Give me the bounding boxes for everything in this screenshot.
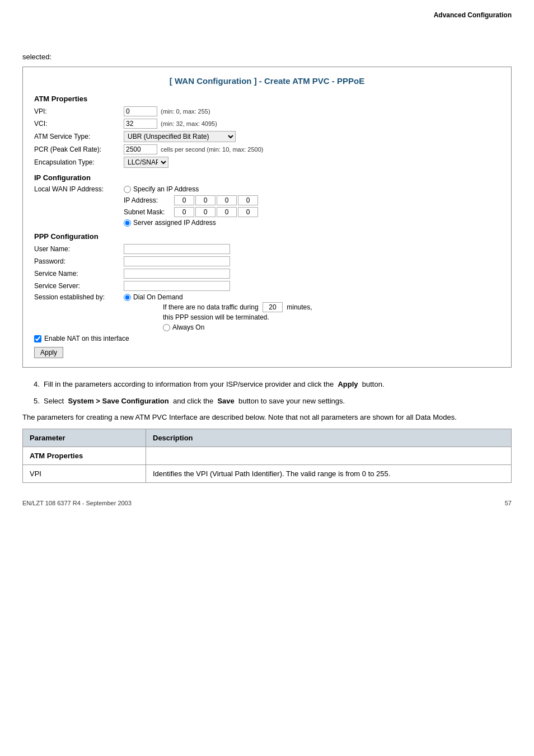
header-title: Advanced Configuration bbox=[434, 11, 512, 19]
footer: EN/LZT 108 6377 R4 - September 2003 57 bbox=[22, 500, 512, 506]
vpi-table-row: VPI Identifies the VPI (Virtual Path Ide… bbox=[23, 464, 512, 482]
wan-box: [ WAN Configuration ] - Create ATM PVC -… bbox=[22, 67, 512, 368]
session-label: Session established by: bbox=[34, 293, 124, 301]
dial-on-demand-radio[interactable] bbox=[124, 294, 131, 301]
step5-suffix: button to save your new settings. bbox=[238, 397, 345, 405]
header-right: Advanced Configuration bbox=[22, 11, 512, 19]
footer-right: 57 bbox=[505, 500, 512, 506]
session-section: Session established by: Dial On Demand I… bbox=[34, 293, 500, 331]
vpi-row: VPI: (min: 0, max: 255) bbox=[34, 106, 500, 116]
always-on-label: Always On bbox=[172, 323, 204, 331]
params-intro: The parameters for creating a new ATM PV… bbox=[22, 412, 512, 423]
subnet-octet-2[interactable] bbox=[195, 207, 216, 217]
apply-button[interactable]: Apply bbox=[34, 347, 63, 358]
enable-nat-checkbox[interactable] bbox=[34, 335, 41, 342]
ip-octet-3[interactable] bbox=[217, 195, 237, 205]
system-save-bold: System > Save Configuration bbox=[68, 397, 168, 405]
vpi-desc: Identifies the VPI (Virtual Path Identif… bbox=[146, 464, 512, 482]
footer-left: EN/LZT 108 6377 R4 - September 2003 bbox=[22, 500, 132, 506]
ip-octet-4[interactable] bbox=[238, 195, 258, 205]
ip-inputs: IP Address: Subnet Mask: Server assigned… bbox=[124, 195, 500, 227]
pcr-row: PCR (Peak Cell Rate): cells per second (… bbox=[34, 144, 500, 154]
ip-address-label: IP Address: bbox=[124, 196, 174, 204]
minutes-text: minutes, bbox=[287, 303, 312, 311]
atm-service-select[interactable]: UBR (Unspecified Bit Rate) bbox=[124, 131, 236, 142]
encap-row: Encapsulation Type: LLC/SNAP bbox=[34, 157, 500, 168]
step5-mid: and click the bbox=[173, 397, 213, 405]
always-on-radio[interactable] bbox=[163, 324, 170, 331]
local-wan-row: Local WAN IP Address: Specify an IP Addr… bbox=[34, 185, 500, 193]
vci-hint: (min: 32, max: 4095) bbox=[161, 120, 217, 127]
service-server-input[interactable] bbox=[124, 281, 230, 291]
subnet-octet-3[interactable] bbox=[217, 207, 237, 217]
password-label: Password: bbox=[34, 257, 124, 265]
session-established-row: Session established by: Dial On Demand bbox=[34, 293, 500, 301]
no-traffic-row: If there are no data traffic during minu… bbox=[163, 302, 500, 312]
atm-properties-section: ATM Properties VPI: (min: 0, max: 255) V… bbox=[34, 95, 500, 168]
specify-ip-label: Specify an IP Address bbox=[133, 185, 199, 193]
step-5: 5. Select System > Save Configuration an… bbox=[34, 396, 512, 407]
vpi-input[interactable] bbox=[124, 106, 157, 116]
vci-label: VCI: bbox=[34, 120, 124, 128]
atm-properties-param: ATM Properties bbox=[23, 447, 146, 464]
server-assigned-row: Server assigned IP Address bbox=[124, 219, 500, 227]
ip-octet-1[interactable] bbox=[174, 195, 194, 205]
ppp-section-title: PPP Configuration bbox=[34, 232, 500, 241]
wan-title: [ WAN Configuration ] - Create ATM PVC -… bbox=[34, 76, 500, 86]
col-param: Parameter bbox=[23, 429, 146, 447]
pcr-hint: cells per second (min: 10, max: 2500) bbox=[161, 146, 263, 153]
vci-input[interactable] bbox=[124, 119, 157, 129]
save-bold: Save bbox=[217, 397, 234, 405]
username-label: User Name: bbox=[34, 245, 124, 253]
col-desc: Description bbox=[146, 429, 512, 447]
ip-octet-2[interactable] bbox=[195, 195, 216, 205]
pcr-label: PCR (Peak Cell Rate): bbox=[34, 145, 124, 153]
apply-bold: Apply bbox=[338, 380, 358, 388]
atm-properties-row: ATM Properties bbox=[23, 447, 512, 464]
subnet-octet-4[interactable] bbox=[238, 207, 258, 217]
subnet-mask-row: Subnet Mask: bbox=[124, 207, 500, 217]
enable-nat-row: Enable NAT on this interface bbox=[34, 335, 500, 342]
terminate-text: this PPP session will be terminated. bbox=[163, 313, 500, 321]
vpi-label: VPI: bbox=[34, 107, 124, 115]
no-traffic-text: If there are no data traffic during bbox=[163, 303, 259, 311]
enable-nat-label: Enable NAT on this interface bbox=[44, 335, 129, 342]
atm-properties-desc bbox=[146, 447, 512, 464]
subnet-octet-1[interactable] bbox=[174, 207, 194, 217]
step4-text: Fill in the parameters according to info… bbox=[44, 380, 334, 388]
service-server-label: Service Server: bbox=[34, 282, 124, 290]
atm-service-label: ATM Service Type: bbox=[34, 133, 124, 140]
minutes-input[interactable] bbox=[263, 302, 283, 312]
service-name-row: Service Name: bbox=[34, 269, 500, 279]
local-wan-label: Local WAN IP Address: bbox=[34, 185, 124, 193]
service-server-row: Service Server: bbox=[34, 281, 500, 291]
vpi-param: VPI bbox=[23, 464, 146, 482]
server-assigned-label: Server assigned IP Address bbox=[133, 219, 216, 227]
vpi-hint: (min: 0, max: 255) bbox=[161, 108, 210, 115]
password-row: Password: bbox=[34, 256, 500, 266]
always-on-row: Always On bbox=[163, 323, 500, 331]
encap-label: Encapsulation Type: bbox=[34, 158, 124, 166]
step4-suffix: button. bbox=[362, 380, 385, 388]
password-input[interactable] bbox=[124, 256, 230, 266]
server-assigned-radio[interactable] bbox=[124, 219, 131, 227]
username-row: User Name: bbox=[34, 244, 500, 254]
params-table: Parameter Description ATM Properties VPI… bbox=[22, 429, 512, 483]
step5-text: Select bbox=[44, 397, 64, 405]
dial-on-demand-label: Dial On Demand bbox=[133, 293, 183, 301]
vci-row: VCI: (min: 32, max: 4095) bbox=[34, 119, 500, 129]
ip-address-row: IP Address: bbox=[124, 195, 500, 205]
ppp-config-section: PPP Configuration User Name: Password: S… bbox=[34, 232, 500, 331]
username-input[interactable] bbox=[124, 244, 230, 254]
atm-section-title: ATM Properties bbox=[34, 95, 500, 103]
subnet-label: Subnet Mask: bbox=[124, 208, 174, 216]
selected-label: selected: bbox=[22, 53, 512, 61]
pcr-input[interactable] bbox=[124, 144, 157, 154]
step-4: 4. Fill in the parameters according to i… bbox=[34, 379, 512, 390]
encap-select[interactable]: LLC/SNAP bbox=[124, 157, 168, 168]
ip-section-title: IP Configuration bbox=[34, 173, 500, 182]
specify-ip-radio[interactable] bbox=[124, 186, 131, 193]
service-name-input[interactable] bbox=[124, 269, 230, 279]
atm-service-row: ATM Service Type: UBR (Unspecified Bit R… bbox=[34, 131, 500, 142]
service-name-label: Service Name: bbox=[34, 270, 124, 278]
